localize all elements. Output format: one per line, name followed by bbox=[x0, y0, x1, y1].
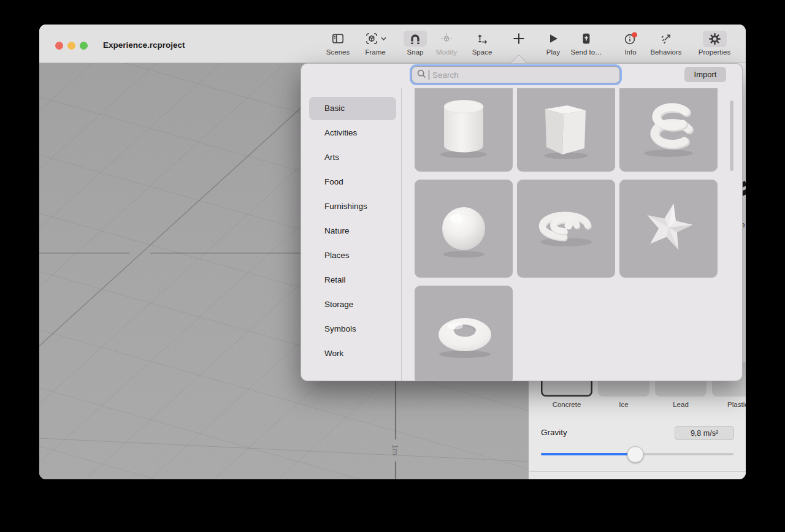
material-lead-label: Lead bbox=[655, 401, 706, 408]
behaviors-motion-arrow-icon bbox=[659, 32, 673, 45]
material-concrete-label: Concrete bbox=[541, 401, 592, 408]
toolbar-item-properties[interactable]: Properties bbox=[691, 29, 738, 56]
category-basic[interactable]: Basic bbox=[301, 96, 401, 121]
tile-sphere[interactable] bbox=[415, 180, 513, 278]
category-storage[interactable]: Storage bbox=[301, 292, 401, 317]
category-arts[interactable]: Arts bbox=[301, 145, 401, 170]
titlebar: Experience.rcproject Scenes bbox=[39, 25, 746, 63]
gravity-slider[interactable] bbox=[541, 446, 733, 463]
category-food[interactable]: Food bbox=[301, 170, 401, 194]
send-to-device-icon bbox=[580, 32, 593, 45]
gravity-label: Gravity bbox=[541, 428, 567, 437]
slider-thumb[interactable] bbox=[627, 446, 643, 463]
search-icon bbox=[417, 69, 426, 81]
window-title: Experience.rcproject bbox=[103, 40, 185, 50]
grid-scrollbar-thumb[interactable] bbox=[730, 101, 733, 171]
notification-badge bbox=[632, 32, 637, 37]
material-plastic-label: Plastic bbox=[712, 401, 746, 408]
properties-gear-icon bbox=[703, 31, 727, 47]
add-object-popover: Search Import Basic Activities Arts Food… bbox=[301, 63, 743, 381]
toolbar-item-send-to[interactable]: Send to… bbox=[562, 29, 610, 56]
category-places[interactable]: Places bbox=[301, 243, 401, 268]
info-icon bbox=[623, 32, 638, 45]
frame-cube-icon bbox=[365, 32, 378, 45]
category-activities[interactable]: Activities bbox=[301, 121, 401, 145]
minimize-button[interactable] bbox=[67, 42, 75, 50]
zoom-button[interactable] bbox=[80, 42, 88, 50]
category-symbols[interactable]: Symbols bbox=[301, 317, 401, 341]
text-caret bbox=[429, 70, 429, 80]
sidebar-divider bbox=[401, 88, 402, 381]
chevron-down-icon bbox=[381, 37, 386, 41]
category-sidebar: Basic Activities Arts Food Furnishings N… bbox=[301, 88, 401, 381]
category-work[interactable]: Work bbox=[301, 341, 401, 366]
tile-torus[interactable] bbox=[415, 286, 513, 381]
tile-star[interactable] bbox=[619, 180, 718, 278]
gravity-value-field[interactable]: 9,8 m/s² bbox=[675, 426, 734, 440]
toolbar-label-behaviors: Behaviors bbox=[642, 48, 690, 56]
slider-fill bbox=[541, 453, 635, 455]
toolbar-item-behaviors[interactable]: Behaviors bbox=[642, 29, 690, 56]
tile-cube[interactable] bbox=[517, 88, 615, 172]
panel-divider bbox=[529, 471, 746, 472]
toolbar-label-properties: Properties bbox=[691, 48, 738, 56]
close-button[interactable] bbox=[55, 42, 63, 50]
category-furnishings[interactable]: Furnishings bbox=[301, 194, 401, 219]
search-input[interactable]: Search bbox=[412, 66, 620, 83]
toolbar-label-space: Space bbox=[458, 48, 506, 56]
viewport-scale-label: 1m bbox=[391, 444, 400, 455]
play-icon bbox=[547, 32, 559, 45]
tile-spiral[interactable] bbox=[517, 180, 615, 278]
category-nature[interactable]: Nature bbox=[301, 219, 401, 243]
modify-cube-icon bbox=[440, 32, 453, 45]
import-button[interactable]: Import bbox=[684, 67, 726, 82]
material-ice-label: Ice bbox=[598, 401, 649, 408]
toolbar-label-send-to: Send to… bbox=[562, 48, 610, 56]
scenes-sidebar-icon bbox=[331, 32, 345, 45]
tile-helix[interactable] bbox=[619, 88, 718, 172]
space-axes-icon bbox=[475, 32, 489, 45]
app-window: Experience.rcproject Scenes bbox=[39, 25, 746, 479]
tile-cylinder[interactable] bbox=[415, 88, 513, 172]
search-placeholder: Search bbox=[432, 70, 459, 80]
category-retail[interactable]: Retail bbox=[301, 268, 401, 292]
plus-icon bbox=[512, 32, 526, 45]
